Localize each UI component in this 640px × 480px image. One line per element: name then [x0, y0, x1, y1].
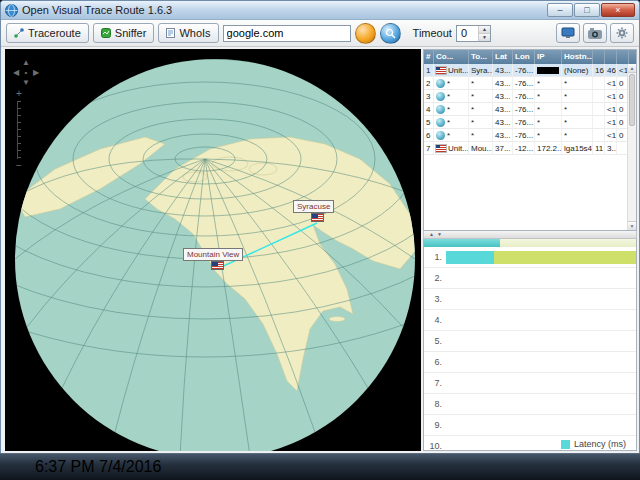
cell-value: 16	[593, 64, 605, 76]
cell-hop-number: 7	[424, 142, 434, 154]
spinner-down-button[interactable]: ▼	[479, 34, 490, 41]
cell-latitude: 43...	[493, 90, 513, 102]
toolbar: Traceroute Sniffer WhoIs	[1, 20, 639, 47]
taskbar-clock[interactable]: 6:37 PM 7/4/2016	[35, 458, 161, 476]
bar-latency	[446, 251, 494, 264]
scroll-up-icon[interactable]: ▲	[628, 64, 636, 73]
chart-row-bars	[446, 419, 636, 432]
minimize-button[interactable]: –	[547, 3, 573, 17]
source-flag-icon	[211, 261, 224, 270]
table-row[interactable]: 3**43...-76...**<10	[424, 90, 636, 103]
monitor-icon	[561, 27, 575, 39]
chart-row: 3.	[424, 289, 636, 310]
cell-town: *	[469, 116, 493, 128]
pan-right-icon[interactable]: ▶	[31, 67, 41, 77]
right-panel: #Co...To...LatLonIPHostn... 1Unit...Syra…	[423, 49, 637, 451]
dest-city-label: Syracuse	[293, 200, 334, 213]
pan-center-icon[interactable]: •	[21, 67, 31, 77]
pan-left-icon[interactable]: ◀	[11, 67, 21, 77]
maximize-button[interactable]: □	[574, 3, 600, 17]
settings-button[interactable]	[610, 23, 634, 43]
table-row[interactable]: 4**43...-76...**<10	[424, 103, 636, 116]
cell-ip	[535, 64, 562, 76]
cell-latitude: 43...	[493, 116, 513, 128]
route-table-header: #Co...To...LatLonIPHostn...	[424, 50, 636, 64]
chart-row-bars	[446, 335, 636, 348]
cell-ip: *	[535, 116, 562, 128]
main-area: ▲ ◀•▶ ▼ + − Syracuse Mountain View #Co..…	[1, 47, 639, 453]
column-header: To...	[469, 50, 493, 64]
splitter-down-icon[interactable]: ▼	[437, 232, 442, 237]
host-input[interactable]	[223, 25, 351, 42]
globe-icon	[436, 118, 445, 127]
toolbar-right-tools	[556, 23, 634, 43]
whois-button[interactable]: WhoIs	[158, 23, 218, 43]
globe-icon	[436, 131, 445, 140]
globe-icon	[436, 79, 445, 88]
cell-value	[593, 116, 605, 128]
close-button[interactable]: ×	[601, 3, 635, 17]
locate-button[interactable]	[380, 23, 401, 44]
network-view-button[interactable]	[556, 23, 580, 43]
chart-strip-latency	[424, 239, 500, 247]
table-row[interactable]: 1Unit...Syra...43...-76...(None)1646<1	[424, 64, 636, 77]
cell-value: <1	[605, 116, 617, 128]
app-window: Open Visual Trace Route 1.6.3 – □ × Trac…	[0, 0, 640, 453]
cell-hostname: *	[562, 77, 593, 89]
table-scrollbar[interactable]: ▲ ▼	[627, 64, 636, 230]
table-row[interactable]: 6**43...-76...**<10	[424, 129, 636, 142]
cell-country: *	[434, 77, 469, 89]
cell-ip: *	[535, 77, 562, 89]
legend-swatch	[561, 440, 570, 449]
chart-row-bars	[446, 398, 636, 411]
cell-country: Unit...	[434, 64, 469, 76]
globe-map-panel[interactable]: ▲ ◀•▶ ▼ + − Syracuse Mountain View	[5, 49, 421, 451]
zoom-in-button[interactable]: +	[16, 89, 22, 99]
table-row[interactable]: 5**43...-76...**<10	[424, 116, 636, 129]
window-controls: – □ ×	[546, 3, 635, 17]
spinner-up-button[interactable]: ▲	[479, 26, 490, 34]
cell-value	[593, 77, 605, 89]
screenshot-button[interactable]	[583, 23, 607, 43]
titlebar[interactable]: Open Visual Trace Route 1.6.3 – □ ×	[1, 1, 639, 20]
cell-country: *	[434, 116, 469, 128]
sniffer-icon	[101, 28, 111, 38]
cell-hop-number: 2	[424, 77, 434, 89]
cell-longitude: -76...	[513, 129, 535, 141]
chart-row-label: 9.	[424, 420, 446, 430]
cell-value: 3...	[605, 142, 617, 154]
scroll-down-icon[interactable]: ▼	[628, 221, 636, 230]
sniffer-button[interactable]: Sniffer	[93, 23, 155, 43]
bar-total	[494, 251, 636, 264]
start-trace-button[interactable]	[355, 23, 376, 44]
chart-strip-rest	[500, 239, 636, 247]
chart-row-label: 2.	[424, 273, 446, 283]
start-button[interactable]	[7, 456, 30, 479]
chart-row-bars	[446, 272, 636, 285]
map-pan-control[interactable]: ▲ ◀•▶ ▼	[11, 57, 41, 87]
route-table-panel: #Co...To...LatLonIPHostn... 1Unit...Syra…	[423, 49, 637, 231]
cell-country: *	[434, 103, 469, 115]
table-row[interactable]: 7Unit...Mou...37...-12...172.2...lga15s4…	[424, 142, 636, 155]
traceroute-button[interactable]: Traceroute	[6, 23, 89, 43]
panel-splitter[interactable]: ▲ ▼	[423, 231, 637, 239]
zoom-slider[interactable]	[17, 101, 21, 159]
scrollbar-thumb[interactable]	[629, 74, 635, 126]
table-row[interactable]: 2**43...-76...**<10	[424, 77, 636, 90]
cell-longitude: -76...	[513, 64, 535, 76]
zoom-out-button[interactable]: −	[16, 161, 22, 171]
chart-row: 9.	[424, 415, 636, 436]
cell-latitude: 43...	[493, 77, 513, 89]
timeout-spinner[interactable]: 0 ▲ ▼	[456, 25, 491, 42]
chart-row-label: 3.	[424, 294, 446, 304]
cell-hostname: lga15s4...	[562, 142, 593, 154]
legend-label: Latency (ms)	[574, 439, 626, 449]
splitter-up-icon[interactable]: ▲	[429, 232, 434, 237]
pan-down-icon[interactable]: ▼	[21, 77, 31, 87]
cell-hostname: (None)	[562, 64, 593, 76]
cell-hop-number: 5	[424, 116, 434, 128]
cell-ip: *	[535, 103, 562, 115]
pan-up-icon[interactable]: ▲	[21, 57, 31, 67]
column-header: Lon	[513, 50, 535, 64]
column-header	[593, 50, 605, 64]
